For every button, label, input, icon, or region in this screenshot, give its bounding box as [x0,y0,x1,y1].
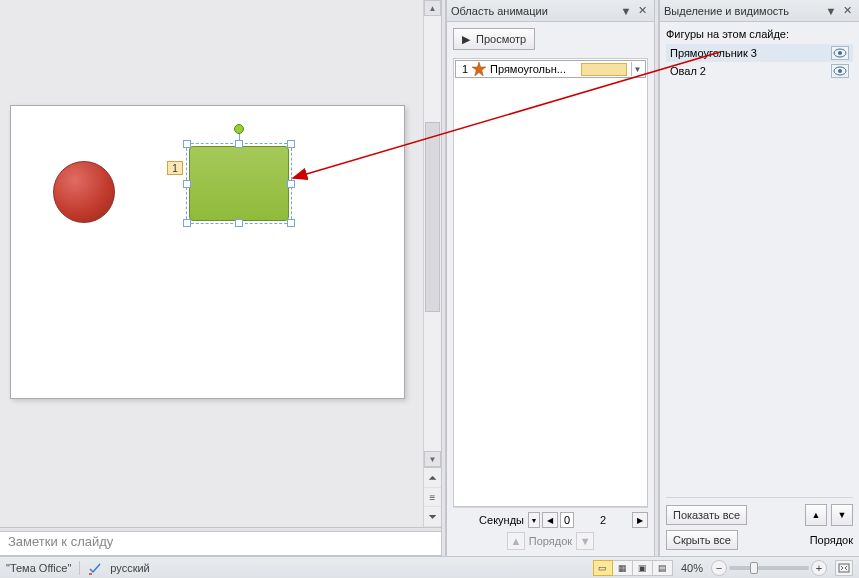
reorder-up-button[interactable]: ▲ [507,532,525,550]
zoom-fit-button[interactable] [835,560,853,576]
resize-handle-bm[interactable] [235,219,243,227]
resize-handle-rm[interactable] [287,180,295,188]
resize-handle-br[interactable] [287,219,295,227]
timeline-scroll-left[interactable]: ◀ [542,512,558,528]
zoom-out-button[interactable]: − [711,560,727,576]
view-slideshow-button[interactable]: ▤ [653,560,673,576]
resize-handle-tr[interactable] [287,140,295,148]
slide-canvas[interactable]: 1 [10,105,405,399]
svg-point-4 [838,69,842,73]
timeline-ruler[interactable]: Секунды ▼ ◀ 0 2 ▶ [453,512,648,528]
shape-oval[interactable] [53,161,115,223]
zoom-slider[interactable]: − + [711,560,827,576]
visibility-toggle[interactable] [831,64,849,78]
reorder-label: Порядок [810,534,853,546]
animation-pane: Область анимации ▼ ✕ ▶ Просмотр 1 [446,0,654,556]
reorder-up-button[interactable]: ▲ [805,504,827,526]
view-sorter-button[interactable]: ▦ [613,560,633,576]
selection-pane-title: Выделение и видимость [664,5,823,17]
selection-outline[interactable] [186,143,292,224]
zoom-in-button[interactable]: + [811,560,827,576]
hide-all-label: Скрыть все [673,534,731,546]
slide-nav-menu[interactable]: ≡ [424,488,441,508]
shape-list[interactable]: Прямоугольник 3 Овал 2 [666,44,853,497]
view-normal-button[interactable]: ▭ [593,560,613,576]
animation-item-dropdown[interactable]: ▼ [631,62,643,76]
reorder-label: Порядок [529,535,572,547]
resize-handle-lm[interactable] [183,180,191,188]
animation-index-tag[interactable]: 1 [167,161,183,175]
scroll-down-button[interactable]: ▼ [424,451,441,467]
view-reading-button[interactable]: ▣ [633,560,653,576]
resize-handle-tl[interactable] [183,140,191,148]
timeline-tick-0: 0 [560,512,574,528]
slide-edit-area[interactable]: 1 ▲ ▼ ⏶ ≡ ⏷ [0,0,441,527]
pane-menu-button[interactable]: ▼ [618,3,634,19]
zoom-thumb[interactable] [750,562,758,574]
preview-button[interactable]: ▶ Просмотр [453,28,535,50]
rotate-handle[interactable] [234,124,244,134]
notes-pane[interactable]: Заметки к слайду [0,532,441,556]
spellcheck-icon[interactable] [88,561,102,575]
zoom-track[interactable] [729,566,809,570]
shape-list-item[interactable]: Овал 2 [666,62,853,80]
next-slide-button[interactable]: ⏷ [424,507,441,527]
show-all-button[interactable]: Показать все [666,505,747,525]
show-all-label: Показать все [673,509,740,521]
reorder-down-button[interactable]: ▼ [576,532,594,550]
animation-item-name: Прямоугольн... [490,63,577,75]
pane-close-button[interactable]: ✕ [634,3,650,19]
resize-handle-tm[interactable] [235,140,243,148]
resize-handle-bl[interactable] [183,219,191,227]
animation-item[interactable]: 1 Прямоугольн... ▼ [455,60,646,78]
slide-vertical-scrollbar[interactable]: ▲ ▼ ⏶ ≡ ⏷ [423,0,441,527]
play-icon: ▶ [462,33,470,46]
effect-icon [472,62,486,76]
svg-marker-0 [472,62,486,76]
timeline-units-dropdown[interactable]: ▼ [528,512,540,528]
selection-pane: Выделение и видимость ▼ ✕ Фигуры на этом… [659,0,859,556]
prev-slide-button[interactable]: ⏶ [424,468,441,488]
animation-pane-title: Область анимации [451,5,618,17]
timeline-units-label: Секунды [479,514,524,526]
scroll-thumb[interactable] [425,122,440,312]
status-language[interactable]: русский [110,562,149,574]
hide-all-button[interactable]: Скрыть все [666,530,738,550]
status-theme: "Тема Office" [6,562,71,574]
shape-list-item-label: Овал 2 [670,65,827,77]
scroll-track[interactable] [424,16,441,451]
reorder-down-button[interactable]: ▼ [831,504,853,526]
animation-item-index: 1 [458,63,468,75]
visibility-toggle[interactable] [831,46,849,60]
shape-list-item-label: Прямоугольник 3 [670,47,827,59]
svg-point-2 [838,51,842,55]
selection-pane-caption: Фигуры на этом слайде: [666,28,853,40]
animation-duration-bar[interactable] [581,63,627,76]
pane-menu-button[interactable]: ▼ [823,3,839,19]
timeline-tick-1: 2 [596,512,610,528]
scroll-up-button[interactable]: ▲ [424,0,441,16]
timeline-scroll-right[interactable]: ▶ [632,512,648,528]
pane-close-button[interactable]: ✕ [839,3,855,19]
preview-button-label: Просмотр [476,33,526,45]
svg-rect-5 [839,564,849,572]
shape-list-item[interactable]: Прямоугольник 3 [666,44,853,62]
animation-list[interactable]: 1 Прямоугольн... ▼ [453,58,648,507]
zoom-level[interactable]: 40% [681,562,703,574]
status-bar: "Тема Office" русский ▭ ▦ ▣ ▤ 40% − + [0,556,859,578]
